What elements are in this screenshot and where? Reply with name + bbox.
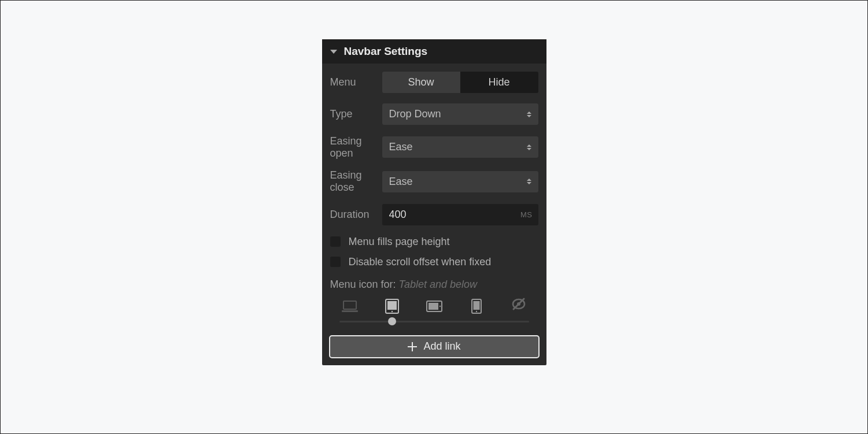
svg-rect-3 xyxy=(387,301,397,310)
easing-close-row: Easing close Ease xyxy=(330,169,538,193)
breakpoint-slider[interactable] xyxy=(330,321,538,322)
svg-rect-9 xyxy=(473,301,479,310)
slider-thumb[interactable] xyxy=(388,317,396,325)
type-label: Type xyxy=(330,108,382,120)
duration-row: Duration MS xyxy=(330,204,538,225)
disable-scroll-row: Disable scroll offset when fixed xyxy=(330,256,538,268)
collapse-triangle-icon xyxy=(330,50,337,54)
fills-height-checkbox[interactable] xyxy=(330,236,341,247)
breakpoint-tablet-icon[interactable] xyxy=(379,299,405,314)
easing-close-select[interactable]: Ease xyxy=(382,171,538,192)
breakpoint-row xyxy=(330,299,538,314)
add-link-button[interactable]: Add link xyxy=(329,335,540,358)
menu-toggle: Show Hide xyxy=(382,72,538,93)
breakpoint-tablet-landscape-icon[interactable] xyxy=(422,301,447,312)
easing-close-label: Easing close xyxy=(330,169,382,193)
menu-icon-for-label: Menu icon for: xyxy=(330,279,396,290)
panel-title: Navbar Settings xyxy=(344,45,428,58)
duration-input-wrap: MS xyxy=(382,204,538,225)
easing-open-label: Easing open xyxy=(330,135,382,159)
breakpoint-none-icon[interactable] xyxy=(506,297,531,311)
easing-open-row: Easing open Ease xyxy=(330,135,538,159)
select-chevron-icon xyxy=(527,112,531,117)
menu-icon-for-value: Tablet and below xyxy=(399,279,477,290)
svg-point-7 xyxy=(439,306,440,307)
panel-header[interactable]: Navbar Settings xyxy=(322,39,546,64)
easing-open-value: Ease xyxy=(389,141,413,153)
menu-row: Menu Show Hide xyxy=(330,72,538,93)
menu-show-button[interactable]: Show xyxy=(382,72,460,93)
easing-close-value: Ease xyxy=(389,176,413,187)
select-chevron-icon xyxy=(527,144,531,150)
svg-point-4 xyxy=(391,311,392,312)
svg-point-10 xyxy=(475,311,477,312)
svg-rect-1 xyxy=(342,310,358,312)
select-chevron-icon xyxy=(527,179,531,184)
breakpoint-phone-icon[interactable] xyxy=(464,299,489,314)
type-select[interactable]: Drop Down xyxy=(382,103,538,125)
menu-icon-for-line: Menu icon for: Tablet and below xyxy=(330,279,538,291)
fills-height-row: Menu fills page height xyxy=(330,236,538,248)
fills-height-label: Menu fills page height xyxy=(349,236,450,248)
menu-label: Menu xyxy=(330,76,382,88)
svg-rect-6 xyxy=(429,303,438,310)
type-row: Type Drop Down xyxy=(330,103,538,125)
menu-hide-button[interactable]: Hide xyxy=(460,72,538,93)
disable-scroll-label: Disable scroll offset when fixed xyxy=(349,256,492,268)
plus-icon xyxy=(407,342,418,352)
navbar-settings-panel: Navbar Settings Menu Show Hide Type Drop… xyxy=(322,39,546,365)
type-value: Drop Down xyxy=(389,108,441,120)
duration-label: Duration xyxy=(330,209,382,221)
breakpoint-desktop-icon[interactable] xyxy=(337,300,363,313)
easing-open-select[interactable]: Ease xyxy=(382,136,538,158)
svg-rect-0 xyxy=(343,301,356,309)
slider-track xyxy=(339,321,529,322)
disable-scroll-checkbox[interactable] xyxy=(330,257,341,267)
panel-body: Menu Show Hide Type Drop Down Easing ope… xyxy=(322,64,546,322)
duration-unit: MS xyxy=(520,210,533,219)
add-link-label: Add link xyxy=(423,340,460,353)
duration-input[interactable] xyxy=(389,209,515,221)
